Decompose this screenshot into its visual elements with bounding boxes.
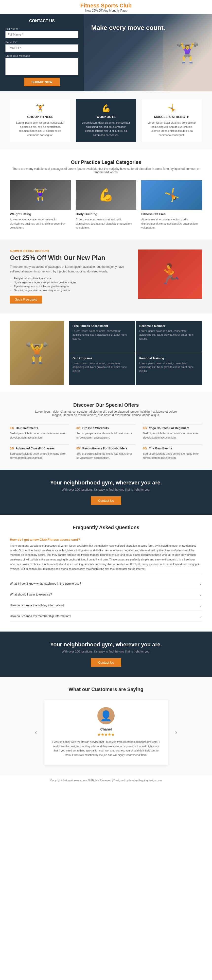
testimonial-card: 👤 Chanel ★★★★★ I was so happy with the d… — [44, 700, 168, 765]
fitness-classes-icon: 🤸 — [164, 188, 179, 202]
legal-section: Our Practice Legal Categories There are … — [0, 150, 212, 240]
contact-form-panel: CONTACT US Full Name * Email ID * Enter … — [0, 14, 84, 91]
full-name-label: Full Name * — [5, 27, 78, 30]
reviewer-name: Chanel — [52, 727, 160, 731]
legal-item-1-title: Weight Lifting — [10, 212, 71, 216]
faq-question-2: What should I wear to exercise? — [10, 593, 52, 596]
program-item-4: Personal Training Lorem ipsum dolor sit … — [136, 353, 202, 385]
email-label: Email ID * — [5, 41, 78, 44]
legal-item-2-title: Body Building — [76, 212, 136, 216]
offer-3-title: 03/ Yoga Courses For Beginners — [143, 426, 202, 430]
legal-grid: 🏋️‍♀️ Weight Lifting At vero eos et accu… — [10, 180, 202, 230]
offer-1-number: 01/ — [10, 426, 14, 430]
cta1-heading: Your neighborhood gym, wherever you are. — [10, 479, 202, 486]
bodybuilding-icon: 💪 — [98, 188, 114, 202]
program-3-desc: Lorem ipsum dolor sit amet, consectetur … — [73, 361, 132, 373]
faq-item-2[interactable]: What should I wear to exercise? ⌄ — [10, 589, 202, 600]
hero-figure: 🏋️‍♀️ — [163, 14, 212, 91]
full-name-input[interactable] — [5, 31, 78, 38]
cta2-subtitle: With over 100 locations, it's easy to fi… — [10, 650, 202, 653]
programs-left-icon: 🏋️ — [25, 341, 49, 364]
service-3-desc: Lorem ipsum dolor sit amet, consectetur … — [146, 121, 197, 137]
offer-item-5: 05/ Revolutionary For Bodybuilders Sed u… — [76, 444, 136, 460]
offer-2-title: 02/ CrossFit Workouts — [76, 426, 136, 430]
contact-form-heading: CONTACT US — [5, 19, 78, 23]
service-1-desc: Lorem ipsum dolor sit amet, consectetur … — [15, 121, 66, 137]
offer-4-number: 04/ — [10, 447, 14, 450]
bullet-1: Feugiat primis ultice ligula risus — [14, 277, 131, 280]
footer-text: Copyright © domainname.com All Rights Re… — [4, 779, 208, 782]
programs-section: 🏋️ Free Fitness Assessment Lorem ipsum d… — [0, 313, 212, 392]
cta1-button[interactable]: Contact Us — [91, 496, 121, 505]
offer-item-4: 04/ Advanced CrossFit Classes Sed ut per… — [10, 444, 69, 460]
legal-item-2-desc: At vero eos et accusamus et iusto odio d… — [76, 218, 136, 230]
cta1-subtitle: With over 100 locations, it's easy to fi… — [10, 488, 202, 492]
legal-heading: Our Practice Legal Categories — [10, 159, 202, 165]
site-title: Fitness Sports Club — [0, 2, 212, 9]
offer-2-number: 02/ — [76, 426, 81, 430]
bullet-2: Ligula egestas magna suscipit lectus ges… — [14, 281, 131, 284]
program-1-desc: Lorem ipsum dolor sit amet, consectetur … — [73, 329, 132, 340]
legal-img-2: 💪 — [76, 180, 136, 210]
program-3-title: Our Programs — [73, 356, 132, 360]
offer-item-6: 06/ The Gym Events Sed ut perspiciatis u… — [143, 444, 202, 460]
offer-4-name: Advanced CrossFit Classes — [16, 447, 55, 450]
star-rating: ★★★★★ — [52, 732, 160, 737]
prev-arrow[interactable]: ‹ — [32, 728, 40, 736]
email-input[interactable] — [5, 45, 78, 52]
faq-item-4[interactable]: How do I change my membership informatio… — [10, 611, 202, 622]
offer-item-1: 01/ Hair Treatments Sed ut perspiciatis … — [10, 424, 69, 439]
strength-icon: 🤸 — [146, 104, 197, 113]
legal-item-1-desc: At vero eos et accusamus et iusto odio d… — [10, 218, 71, 230]
testimonials-heading: What our Customers are Saying — [10, 687, 202, 692]
offers-subtitle: Lorem ipsum dolor sit amet, consectetur … — [32, 410, 180, 417]
offers-section: Discover Our Special Offers Lorem ipsum … — [0, 392, 212, 469]
weightlifting-icon: 🏋️‍♀️ — [33, 188, 48, 202]
bullet-3: Egestas magna suscipit lectus gestias ma… — [14, 285, 131, 288]
service-2-title: WORKOUTS — [81, 115, 131, 119]
testimonials-section: What our Customers are Saying ‹ 👤 Chanel… — [0, 677, 212, 775]
faq-item-1[interactable]: What if I don't know what machines in th… — [10, 578, 202, 589]
figure-icon: 🏋️‍♀️ — [175, 41, 200, 64]
service-1-title: GROUP FITNESS — [15, 115, 66, 119]
offer-item-3: 03/ Yoga Courses For Beginners Sed ut pe… — [143, 424, 202, 439]
service-card-2: 💪 WORKOUTS Lorem ipsum dolor sit amet, c… — [76, 99, 136, 142]
testimonial-wrapper: ‹ 👤 Chanel ★★★★★ I was so happy with the… — [10, 700, 202, 765]
legal-item-3-title: Fitness Classes — [141, 212, 202, 216]
programs-left: 🏋️ — [10, 321, 64, 385]
discount-left: SUMMER SPECIAL DISCOUNT Get 25% Off With… — [10, 250, 131, 304]
faq-question-3: How do I change the holiday information? — [10, 604, 64, 607]
site-header: Fitness Sports Club Now 25% Off Any Mont… — [0, 0, 212, 14]
offer-2-name: CrossFit Workouts — [82, 426, 109, 430]
free-quote-button[interactable]: Get a Free quote — [10, 296, 42, 304]
footer: Copyright © domainname.com All Rights Re… — [0, 775, 212, 786]
program-item-2: Become a Member Lorem ipsum dolor sit am… — [136, 321, 202, 353]
offers-grid: 01/ Hair Treatments Sed ut perspiciatis … — [10, 424, 202, 460]
offer-6-title: 06/ The Gym Events — [143, 447, 202, 450]
offer-1-name: Hair Treatments — [16, 426, 38, 430]
legal-item-3-desc: At vero eos et accusamus et iusto odio d… — [141, 218, 202, 230]
discount-section: SUMMER SPECIAL DISCOUNT Get 25% Off With… — [0, 240, 212, 314]
faq-active-question[interactable]: How do I get a new Club Fitness access c… — [10, 538, 202, 541]
legal-subtitle: There are many variations of passages of… — [10, 167, 202, 174]
service-card-1: 🏋 GROUP FITNESS Lorem ipsum dolor sit am… — [10, 99, 71, 142]
hero-section: CONTACT US Full Name * Email ID * Enter … — [0, 14, 212, 91]
offer-6-desc: Sed ut perspiciatis unde omnis isto natu… — [143, 452, 202, 460]
submit-button[interactable]: SUBMIT NOW — [24, 78, 60, 86]
cta2-button[interactable]: Contact Us — [91, 658, 121, 667]
hero-right: 🏋️‍♀️ Make every move count. — [84, 14, 212, 91]
faq-item-3[interactable]: How do I change the holiday information?… — [10, 600, 202, 611]
legal-item-1: 🏋️‍♀️ Weight Lifting At vero eos et accu… — [10, 180, 71, 230]
next-arrow[interactable]: › — [172, 728, 180, 736]
offer-5-number: 05/ — [76, 447, 81, 450]
cta2-heading: Your neighborhood gym, wherever you are. — [10, 641, 202, 648]
hero-tagline: Make every move count. — [91, 24, 165, 32]
offer-4-title: 04/ Advanced CrossFit Classes — [10, 447, 69, 450]
program-1-title: Free Fitness Assessment — [73, 324, 132, 328]
legal-img-3: 🤸 — [141, 180, 202, 210]
discount-badge: SUMMER SPECIAL DISCOUNT — [10, 250, 131, 253]
message-input[interactable] — [5, 58, 78, 75]
workouts-icon: 💪 — [81, 104, 131, 113]
offer-3-desc: Sed ut perspiciatis unde omnis isto natu… — [143, 431, 202, 439]
discount-right: 🏃 — [138, 250, 202, 299]
